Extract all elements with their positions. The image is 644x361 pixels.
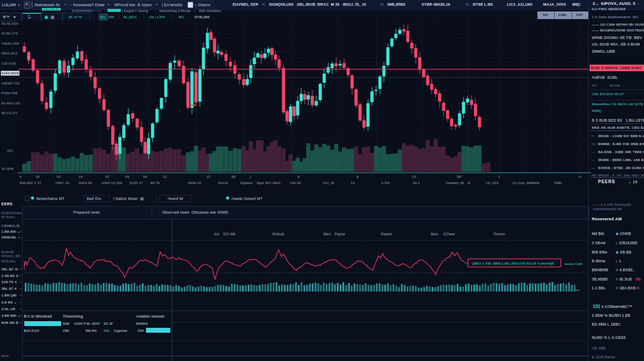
svg-text:•••••|•• Cwrt: •••••|•• Cwrt: [564, 262, 583, 266]
svg-text:QBS1 ≤ X81 4958 1.98 L2B3 UX: QBS1 ≤ X81 4958 1.98 L2B3 UX5 S1u B +Lwv…: [472, 261, 554, 265]
